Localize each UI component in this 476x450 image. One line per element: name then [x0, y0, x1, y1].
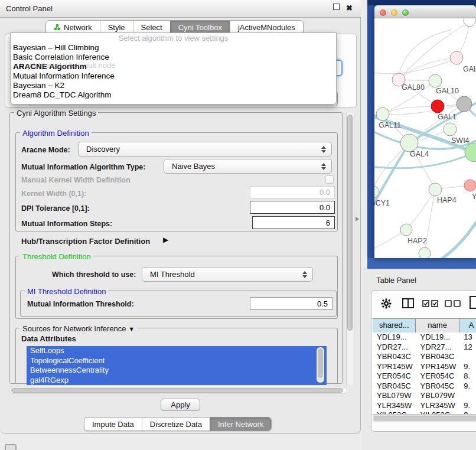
settings-horizontal-scrollbar[interactable] — [9, 387, 347, 394]
tab-label: Cyni Toolbox — [178, 23, 222, 32]
expand-arrow-icon[interactable]: ▶ — [163, 236, 168, 244]
node-label-gal80: GAL80 — [402, 83, 425, 92]
control-panel-title: Control Panel — [6, 4, 53, 13]
zoom-traffic-light[interactable] — [402, 9, 409, 16]
network-node-gal11[interactable] — [376, 107, 389, 120]
tab-network[interactable]: Network — [46, 21, 100, 34]
kernel-width-input[interactable] — [250, 186, 335, 198]
network-tab-icon — [54, 24, 61, 31]
table-row[interactable]: YBR045CYBR045C9. — [373, 381, 476, 392]
float-window-button[interactable] — [332, 4, 341, 12]
dpi-tolerance-input[interactable] — [250, 201, 335, 214]
ghost-combo-text: gal-filtered.sif default node — [25, 61, 262, 70]
kernel-width-label: Kernel Width (0,1): — [21, 190, 86, 198]
network-node-hap2[interactable] — [400, 224, 412, 236]
document-icon[interactable] — [470, 296, 476, 309]
bottom-tab-discretize-data[interactable]: Discretize Data — [142, 418, 210, 431]
table-cell: YER054C — [373, 371, 416, 381]
network-node[interactable] — [419, 247, 431, 258]
table-row[interactable]: YLR345WYLR345W9. — [373, 401, 476, 411]
manual-kernel-width-label: Manual Kernel Width Definition — [21, 176, 131, 184]
settings-vscroll-thumb[interactable] — [347, 115, 353, 331]
table-cell — [459, 391, 476, 401]
algorithm-option-bayesian-hill-climbing[interactable]: Bayesian – Hill Climbing — [11, 43, 336, 53]
algorithm-option-mutual-information-inference[interactable]: Mutual Information Inference — [11, 71, 336, 81]
collapse-arrow-icon[interactable]: ▼ — [128, 325, 135, 332]
minimized-panel-icon[interactable] — [5, 444, 17, 450]
table-row[interactable]: YPR145WYPR145W9. — [373, 362, 476, 372]
desktop-top-strip — [367, 0, 476, 5]
mi-algorithm-type-value: Naive Bayes — [164, 162, 318, 171]
close-panel-button[interactable]: ✖ — [345, 4, 354, 12]
tab-jactivemnodules[interactable]: jActiveMNodules — [230, 21, 303, 34]
which-threshold-select[interactable]: MI Threshold — [142, 267, 313, 282]
columns-icon[interactable] — [402, 298, 414, 308]
table-cell: YBL079W — [416, 391, 460, 401]
attributes-scrollbar-thumb[interactable] — [318, 348, 323, 378]
table-row[interactable]: YER054CYER054C8. — [373, 371, 476, 381]
table-cell: YBR043C — [373, 352, 416, 362]
column-header-shared[interactable]: shared... — [373, 319, 416, 333]
network-node-gal4[interactable] — [400, 134, 418, 152]
column-header-a[interactable]: A — [459, 319, 476, 333]
mi-threshold-input[interactable] — [250, 297, 332, 310]
network-node-hap4[interactable] — [429, 183, 442, 196]
apply-button[interactable]: Apply — [161, 399, 200, 411]
table-cell: 9. — [459, 362, 476, 372]
close-traffic-light[interactable] — [380, 9, 386, 16]
panel-splitter-handle[interactable] — [355, 216, 360, 222]
network-node[interactable] — [457, 96, 472, 112]
combo-arrows-icon — [318, 163, 329, 170]
gear-icon[interactable] — [381, 298, 392, 309]
clear-checkboxes-icon[interactable] — [445, 300, 461, 307]
mi-algorithm-type-select[interactable]: Naive Bayes — [164, 159, 332, 174]
attributes-list-scrollbar[interactable] — [317, 347, 324, 383]
table-cell: 12 — [459, 343, 476, 353]
table-cell: 8. — [459, 371, 476, 381]
column-header-name[interactable]: name — [416, 319, 459, 333]
table-cell: 13 — [459, 332, 476, 343]
table-cell: YPR145W — [416, 362, 460, 372]
algorithm-definition-title: Algorithm Definition — [20, 129, 92, 138]
attribute-item-topologicalcoefficient[interactable]: TopologicalCoefficient — [27, 356, 327, 366]
table-row[interactable]: YBR043CYBR043C — [373, 352, 476, 362]
network-node-swi4[interactable] — [444, 123, 457, 136]
node-label-gal11: GAL11 — [379, 121, 401, 129]
network-node-gal1[interactable] — [431, 100, 444, 113]
settings-hscroll-thumb[interactable] — [11, 388, 343, 393]
table-hscroll-thumb[interactable] — [374, 416, 476, 420]
network-node[interactable] — [464, 18, 475, 27]
select-all-checkboxes-icon[interactable] — [422, 300, 439, 307]
algorithm-option-bayesian-k2[interactable]: Bayesian – K2 — [11, 81, 336, 90]
table-horizontal-scrollbar[interactable] — [373, 414, 476, 422]
bottom-tab-impute-data[interactable]: Impute Data — [84, 418, 142, 431]
settings-vertical-scrollbar[interactable] — [346, 112, 354, 385]
network-node-gal[interactable] — [450, 51, 463, 64]
mi-algorithm-type-label: Mutual Information Algorithm Type: — [21, 163, 145, 171]
table-cell: YBL079W — [373, 391, 416, 401]
tab-cyni-toolbox[interactable]: Cyni Toolbox — [170, 21, 230, 34]
manual-kernel-width-checkbox[interactable] — [325, 175, 334, 184]
aracne-mode-select[interactable]: Discovery — [78, 142, 332, 156]
table-cell: YDR27... — [416, 343, 460, 353]
algorithm-option-dream8-dc-tdc-algorithm[interactable]: Dream8 DC_TDC Algorithm — [11, 90, 336, 100]
network-canvas[interactable]: GALGAL80GAL10GAL1GAL11SWI4GAL4GCY1HAP4YH… — [374, 18, 476, 258]
table-row[interactable]: YBL079WYBL079W — [373, 391, 476, 401]
tab-style[interactable]: Style — [100, 21, 133, 34]
network-node-gal10[interactable] — [429, 74, 442, 87]
attribute-item-selfloops[interactable]: SelfLoops — [27, 346, 327, 356]
combo-arrows-icon — [299, 271, 310, 278]
bottom-tab-infer-network[interactable]: Infer Network — [210, 418, 271, 431]
cyni-algorithm-settings-title: Cyni Algorithm Settings — [14, 109, 98, 118]
mi-steps-input[interactable] — [252, 216, 335, 229]
attribute-item-gal4rgexp[interactable]: gal4RGexp — [27, 376, 327, 386]
attribute-item-betweennesscentrality[interactable]: BetweennessCentrality — [27, 366, 327, 376]
table-row[interactable]: YDR27...YDR27...12 — [373, 343, 476, 353]
node-label-gal10: GAL10 — [436, 87, 459, 95]
table-row[interactable]: YDL19...YDL19...13 — [373, 332, 476, 343]
node-label-hap4: HAP4 — [437, 196, 457, 204]
control-panel-titlebar: Control Panel ✖ — [0, 0, 361, 18]
network-node-y[interactable] — [464, 180, 476, 191]
tab-select[interactable]: Select — [133, 21, 170, 34]
minimize-traffic-light[interactable] — [391, 9, 397, 16]
